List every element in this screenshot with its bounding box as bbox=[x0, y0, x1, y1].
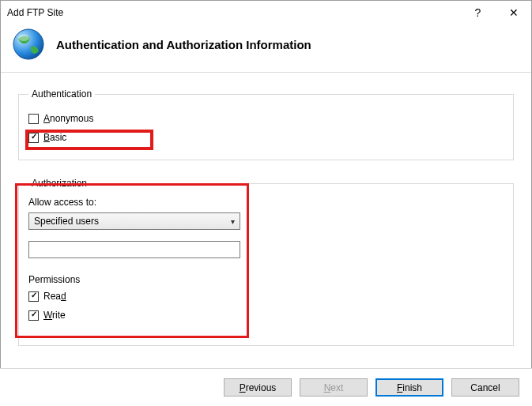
svg-point-0 bbox=[13, 29, 43, 59]
page-title: Authentication and Authorization Informa… bbox=[56, 38, 311, 51]
finish-button[interactable]: Finish bbox=[375, 378, 443, 397]
anonymous-checkbox-row[interactable]: Anonymous bbox=[28, 111, 504, 126]
globe-icon bbox=[12, 28, 45, 61]
allow-access-value: Specified users bbox=[34, 216, 99, 227]
permissions-label: Permissions bbox=[28, 274, 504, 285]
wizard-footer: Previous Next Finish Cancel bbox=[0, 368, 532, 406]
chevron-down-icon: ▾ bbox=[231, 217, 235, 226]
authentication-group: Authentication Anonymous Basic bbox=[18, 88, 514, 160]
titlebar: Add FTP Site ? ✕ bbox=[1, 1, 531, 24]
basic-checkbox[interactable] bbox=[28, 133, 39, 143]
write-checkbox-row[interactable]: Write bbox=[28, 307, 504, 323]
wizard-body: Authentication Anonymous Basic Authoriza… bbox=[1, 73, 531, 346]
authorization-legend: Authorization bbox=[28, 178, 90, 189]
read-checkbox[interactable] bbox=[28, 291, 39, 302]
authorization-group: Authorization Allow access to: Specified… bbox=[18, 178, 514, 346]
read-checkbox-row[interactable]: Read bbox=[28, 288, 504, 304]
wizard-header: Authentication and Authorization Informa… bbox=[1, 24, 531, 73]
basic-checkbox-row[interactable]: Basic bbox=[28, 130, 504, 145]
svg-point-1 bbox=[18, 35, 29, 41]
write-checkbox[interactable] bbox=[28, 310, 39, 321]
next-button: Next bbox=[300, 378, 368, 397]
help-button[interactable]: ? bbox=[460, 1, 496, 24]
previous-button[interactable]: Previous bbox=[224, 378, 292, 397]
read-label: Read bbox=[43, 291, 66, 302]
window-title: Add FTP Site bbox=[7, 7, 460, 18]
help-icon: ? bbox=[475, 6, 481, 19]
close-icon: ✕ bbox=[509, 6, 519, 19]
write-label: Write bbox=[43, 310, 66, 321]
cancel-button[interactable]: Cancel bbox=[451, 378, 519, 397]
anonymous-checkbox[interactable] bbox=[28, 114, 39, 124]
users-input[interactable] bbox=[28, 241, 240, 258]
allow-access-label: Allow access to: bbox=[28, 197, 504, 208]
close-button[interactable]: ✕ bbox=[496, 1, 531, 24]
basic-label: Basic bbox=[43, 132, 66, 143]
allow-access-select[interactable]: Specified users ▾ bbox=[28, 212, 240, 230]
authentication-legend: Authentication bbox=[28, 88, 95, 100]
anonymous-label: Anonymous bbox=[43, 113, 93, 124]
